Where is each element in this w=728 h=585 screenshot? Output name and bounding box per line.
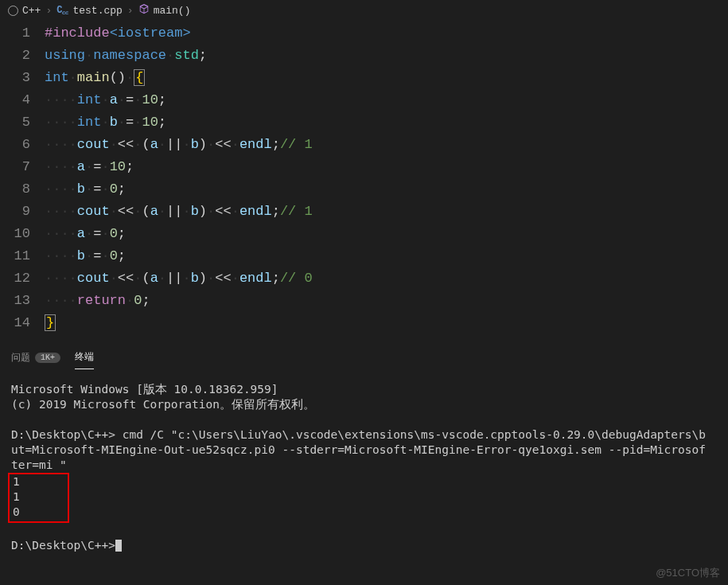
token-type: int (77, 92, 102, 107)
token-number: 10 (142, 92, 158, 107)
token-ident: a (150, 137, 158, 152)
terminal-cursor (115, 540, 122, 552)
output-highlight-box: 1 1 0 (8, 473, 69, 523)
breadcrumb-item-symbol[interactable]: main() (138, 3, 191, 18)
line-number: 5 (0, 111, 30, 134)
token-ident: a (77, 226, 85, 241)
terminal-line: ut=Microsoft-MIEngine-Out-ue52sqcz.pi0 -… (11, 443, 706, 456)
token-ident: b (110, 115, 118, 130)
terminal-line: (c) 2019 Microsoft Corporation。保留所有权利。 (11, 398, 315, 411)
line-number: 7 (0, 156, 30, 178)
chevron-right-icon: › (45, 5, 52, 17)
line-number: 10 (0, 223, 30, 245)
token-include: <iostream> (110, 25, 191, 41)
token-ident: endl (239, 204, 272, 219)
line-number: 11 (0, 245, 30, 267)
token-number: 10 (110, 159, 126, 174)
tab-label: 终端 (75, 350, 94, 364)
token-ident: a (150, 271, 158, 286)
line-number: 8 (0, 178, 30, 201)
breadcrumb-item-file[interactable]: C꜀꜀ test.cpp (56, 5, 123, 17)
breadcrumb-label: main() (154, 5, 191, 17)
terminal-output-line: 1 (13, 475, 20, 488)
token-operator: || (166, 271, 182, 286)
token-ident: b (191, 271, 199, 286)
line-number: 1 (0, 22, 30, 45)
line-number-gutter: 1 2 3 4 5 6 7 8 9 10 11 12 13 14 (0, 22, 45, 334)
line-number: 9 (0, 201, 30, 223)
code-content[interactable]: #include<iostream> using·namespace·std; … (45, 22, 728, 334)
tab-label: 问题 (11, 351, 30, 365)
line-number: 13 (0, 290, 30, 312)
chevron-right-icon: › (127, 5, 134, 17)
tab-problems[interactable]: 问题 1K+ (11, 346, 60, 369)
token-ident: b (77, 248, 85, 263)
token-function: main (77, 70, 110, 85)
panel-tabs: 问题 1K+ 终端 (11, 345, 717, 369)
token-keyword: namespace (93, 48, 166, 63)
token-ident: endl (239, 137, 272, 152)
token-namespace: std (174, 48, 199, 63)
line-number: 3 (0, 67, 30, 89)
token-comment: // 1 (280, 137, 313, 152)
token-ident: cout (77, 137, 110, 152)
token-ident: a (150, 204, 158, 219)
token-ident: cout (77, 204, 110, 219)
watermark: @51CTO博客 (656, 566, 720, 580)
line-number: 14 (0, 312, 30, 334)
token-ident: a (77, 159, 85, 174)
code-editor[interactable]: 1 2 3 4 5 6 7 8 9 10 11 12 13 14 #includ… (0, 21, 728, 334)
close-brace: } (45, 314, 56, 331)
token-ident: a (110, 92, 118, 107)
circle-icon (8, 6, 18, 16)
token-number: 0 (110, 248, 118, 263)
token-number: 0 (134, 293, 142, 308)
line-number: 4 (0, 89, 30, 111)
problems-count-badge: 1K+ (35, 353, 60, 363)
token-ident: b (191, 137, 199, 152)
token-keyword: return (77, 293, 126, 308)
line-number: 12 (0, 267, 30, 290)
breadcrumb-label: test.cpp (72, 5, 122, 17)
token-ident: endl (239, 271, 272, 286)
cpp-file-icon: C꜀꜀ (56, 5, 68, 16)
token-number: 10 (142, 115, 158, 130)
terminal-line: cmd /C "c:\Users\LiuYao\.vscode\extensio… (115, 428, 706, 441)
bottom-panel: 问题 1K+ 终端 Microsoft Windows [版本 10.0.183… (0, 345, 728, 553)
token-ident: b (77, 181, 85, 197)
token-ident: cout (77, 271, 110, 286)
terminal-line: ter=mi " (11, 458, 67, 471)
token-operator: || (166, 204, 182, 219)
token-number: 0 (110, 181, 118, 197)
breadcrumb-label: C++ (22, 5, 41, 17)
line-number: 6 (0, 134, 30, 156)
breadcrumb: C++ › C꜀꜀ test.cpp › main() (0, 0, 728, 21)
terminal-prompt: D:\Desktop\C++> (11, 539, 115, 552)
token-number: 0 (110, 226, 118, 241)
token-type: int (77, 115, 102, 130)
token-ident: b (191, 204, 199, 219)
token-type: int (45, 70, 69, 85)
terminal-output-line: 0 (13, 505, 20, 518)
token-keyword: using (45, 48, 85, 63)
line-number: 2 (0, 45, 30, 67)
open-brace: { (134, 69, 145, 86)
method-icon (138, 3, 150, 18)
terminal-output[interactable]: Microsoft Windows [版本 10.0.18362.959] (c… (11, 382, 717, 553)
token-comment: // 0 (280, 271, 313, 286)
terminal-output-line: 1 (13, 490, 20, 503)
terminal-line: Microsoft Windows [版本 10.0.18362.959] (11, 383, 278, 396)
terminal-prompt: D:\Desktop\C++> (11, 428, 115, 441)
token-comment: // 1 (280, 204, 313, 219)
tab-terminal[interactable]: 终端 (75, 345, 94, 369)
token-macro: #include (45, 25, 110, 41)
token-operator: || (166, 137, 182, 152)
breadcrumb-item-root[interactable]: C++ (8, 5, 41, 17)
